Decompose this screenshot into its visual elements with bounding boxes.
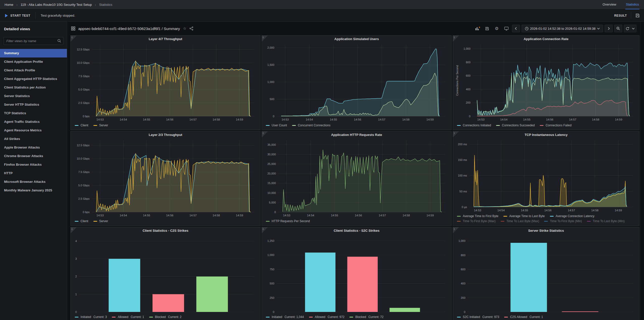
legend-item-average-connection-latency[interactable]: Average Connection Latency bbox=[550, 214, 595, 218]
sidebar-item-server-http-statistics[interactable]: Server HTTP Statistics bbox=[0, 100, 67, 109]
svg-text:0: 0 bbox=[469, 115, 470, 118]
legend-series-dash-icon bbox=[457, 216, 461, 217]
legend-item-s2c-initiated[interactable]: S2C InitiatedCurrent: 973 bbox=[457, 315, 499, 319]
svg-text:14:57: 14:57 bbox=[378, 118, 385, 121]
sidebar-item-server-statistics[interactable]: Server Statistics bbox=[0, 92, 67, 100]
sidebar-item-tcp-statistics[interactable]: TCP Statistics bbox=[0, 109, 67, 118]
sidebar-item-apple-browser-attacks[interactable]: Apple Browser Attacks bbox=[0, 143, 67, 152]
legend-series-dash-icon bbox=[292, 125, 296, 126]
breadcrumb-home[interactable]: Home bbox=[5, 3, 13, 7]
sidebar-item-monthly-malware-january-2025[interactable]: Monthly Malware January 2025 bbox=[0, 186, 67, 195]
panel-title[interactable]: TCP Instantaneous Latency bbox=[453, 131, 639, 138]
sidebar-item-summary[interactable]: Summary bbox=[0, 49, 67, 57]
legend-item-allowed[interactable]: AllowedCurrent: 1 bbox=[112, 315, 144, 319]
legend-item-initiated[interactable]: InitiatedCurrent: 3 bbox=[75, 315, 107, 319]
legend-item-blocked[interactable]: BlockedCurrent: 2 bbox=[149, 315, 182, 319]
panel-title[interactable]: Layer 2/3 Throughput bbox=[71, 131, 260, 138]
chart-plot-area[interactable]: 05,00010,00015,00020,00025,00030,00035,0… bbox=[264, 138, 449, 218]
sidebar-item-client-statistics-per-action[interactable]: Client Statistics per Action bbox=[0, 83, 67, 92]
legend-item-http-requests-per-second[interactable]: HTTP Requests Per Second bbox=[266, 219, 310, 223]
legend-item-initiated[interactable]: InitiatedCurrent: 1,044 bbox=[266, 315, 304, 319]
panel-info-icon[interactable]: i bbox=[453, 36, 459, 42]
legend-item-server[interactable]: Server bbox=[93, 123, 108, 128]
panel-info-icon[interactable]: i bbox=[453, 227, 459, 233]
start-test-button[interactable]: START TEST bbox=[0, 10, 35, 21]
panel-info-icon[interactable]: i bbox=[262, 227, 268, 233]
chart-plot-area[interactable]: 02505007501,0001,250 bbox=[264, 234, 449, 314]
svg-text:200 ms: 200 ms bbox=[458, 143, 467, 146]
legend-item-concurrent-connections[interactable]: Concurrent Connections bbox=[292, 123, 330, 128]
panel-title[interactable]: Application HTTP Requests Rate bbox=[262, 131, 451, 138]
save-report-icon[interactable] bbox=[635, 13, 640, 18]
chart-plot-area[interactable]: 02004006008001,00014:5314:5414:5514:5614… bbox=[455, 42, 637, 122]
add-panel-icon[interactable] bbox=[474, 25, 482, 32]
legend-item-time-to-last-byte-max[interactable]: Time To Last Byte (Max) bbox=[501, 219, 539, 223]
refresh-button[interactable] bbox=[624, 25, 636, 32]
star-favorite-icon[interactable]: ☆ bbox=[183, 26, 186, 31]
sidebar-item-client-application-profile[interactable]: Client Application Profile bbox=[0, 57, 67, 66]
legend-item-connections-failed[interactable]: Connections Failed bbox=[540, 123, 572, 128]
tab-statistics[interactable]: Statistics bbox=[625, 0, 639, 9]
legend-item-connections-succeeded[interactable]: Connections Succeeded bbox=[496, 123, 535, 128]
sidebar-item-chrome-browser-attacks[interactable]: Chrome Browser Attacks bbox=[0, 152, 67, 160]
chart-plot-area[interactable]: 05001,0001,5002,00014:5314:5414:5514:561… bbox=[264, 42, 449, 122]
tab-overview[interactable]: Overview bbox=[602, 0, 617, 9]
sidebar-item-firefox-browser-attacks[interactable]: Firefox Browser Attacks bbox=[0, 160, 67, 169]
chart-plot-area[interactable]: 02004006008001,000 bbox=[455, 234, 637, 314]
panel-title[interactable]: Client Statistics - S2C Strikes bbox=[262, 227, 451, 234]
chart-plot-area[interactable]: 01234 bbox=[73, 234, 258, 314]
chart-plot-area[interactable]: 0 µs50 ms100 ms150 ms200 ms14:5314:5414:… bbox=[455, 138, 637, 213]
svg-text:500: 500 bbox=[270, 282, 274, 285]
legend-series-dash-icon bbox=[587, 221, 591, 222]
vertical-scrollbar[interactable] bbox=[640, 22, 644, 320]
panel-info-icon[interactable]: i bbox=[262, 131, 268, 137]
chart-legend: S2C InitiatedCurrent: 973C2S AllowedCurr… bbox=[455, 314, 637, 320]
time-range-back-button[interactable] bbox=[512, 25, 520, 32]
legend-item-average-time-to-first-byte[interactable]: Average Time to First Byte bbox=[457, 214, 498, 218]
panel-title[interactable]: Application Connection Rate bbox=[453, 36, 639, 42]
result-button[interactable]: RESULT bbox=[614, 14, 627, 17]
kiosk-tv-icon[interactable] bbox=[502, 25, 510, 32]
share-icon[interactable] bbox=[189, 26, 193, 31]
sidebar-item-agent-traffic-statistics[interactable]: Agent Traffic Statistics bbox=[0, 118, 67, 126]
dashboard-settings-gear-icon[interactable]: ⚙ bbox=[493, 25, 501, 32]
legend-item-client[interactable]: Client bbox=[75, 219, 88, 223]
chart-plot-area[interactable]: 0 bps2.5 Gbps5.0 Gbps7.5 Gbps10.0 Gbps12… bbox=[73, 138, 258, 218]
legend-item-average-time-to-last-byte[interactable]: Average Time to Last Byte bbox=[503, 214, 545, 218]
time-range-forward-button[interactable] bbox=[605, 25, 613, 32]
panel-info-icon[interactable]: i bbox=[71, 36, 77, 42]
panel-info-icon[interactable]: i bbox=[262, 36, 268, 42]
legend-item-time-to-last-byte-min[interactable]: Time To Last Byte (Min) bbox=[587, 219, 625, 223]
legend-series-dash-icon bbox=[266, 125, 270, 126]
time-range-picker[interactable]: 2026-01-02 14:52:38 to 2026-01-02 14:59:… bbox=[522, 25, 603, 32]
legend-item-blocked[interactable]: BlockedCurrent: 72 bbox=[349, 315, 383, 319]
legend-item-time-to-first-byte-max[interactable]: Time To First Byte (Max) bbox=[457, 219, 496, 223]
zoom-out-icon[interactable] bbox=[614, 25, 622, 32]
legend-item-connections-initiated[interactable]: Connections Initiated bbox=[457, 123, 491, 128]
panel-title[interactable]: Layer 4/7 Throughput bbox=[71, 36, 260, 42]
sidebar-item-agent-resource-metrics[interactable]: Agent Resource Metrics bbox=[0, 126, 67, 135]
dashboard-grid-icon[interactable] bbox=[71, 26, 75, 31]
chart-plot-area[interactable]: 0 bps2.5 Gbps5.0 Gbps7.5 Gbps10.0 Gbps12… bbox=[73, 42, 258, 122]
sidebar-item-client-aggregated-http-statistics[interactable]: Client Aggregated HTTP Statistics bbox=[0, 75, 67, 83]
sidebar-item-all-strikes[interactable]: All Strikes bbox=[0, 135, 67, 143]
sidebar-item-client-attack-profile[interactable]: Client Attack Profile bbox=[0, 66, 67, 75]
legend-item-time-to-first-byte-min[interactable]: Time To First Byte (Min) bbox=[544, 219, 582, 223]
panel-title[interactable]: Client Statistics - C2S Strikes bbox=[71, 227, 260, 234]
legend-item-user-count[interactable]: User Count bbox=[266, 123, 287, 128]
sidebar-item-http[interactable]: HTTP bbox=[0, 169, 67, 178]
panel-info-icon[interactable]: i bbox=[71, 227, 77, 233]
panel-title[interactable]: Server Strike Statistics bbox=[453, 227, 639, 234]
legend-item-client[interactable]: Client bbox=[75, 123, 88, 128]
panel-title[interactable]: Application Simulated Users bbox=[262, 36, 451, 42]
filter-views-input[interactable] bbox=[4, 37, 63, 45]
breadcrumb-test-name[interactable]: 119 - Alta Labs Route10 10G Security Tes… bbox=[21, 3, 92, 7]
panel-info-icon[interactable]: i bbox=[453, 131, 459, 137]
svg-text:14:59: 14:59 bbox=[427, 214, 434, 217]
save-dashboard-icon[interactable] bbox=[483, 25, 491, 32]
sidebar-item-microsoft-browser-attacks[interactable]: Microsoft Browser Attacks bbox=[0, 178, 67, 186]
legend-item-allowed[interactable]: AllowedCurrent: 972 bbox=[309, 315, 345, 319]
legend-item-c2s-allowed[interactable]: C2S AllowedCurrent: 1 bbox=[504, 315, 543, 319]
dashboard-header: appsec-bdeb0744-ccf1-49ed-b572-50623a1df… bbox=[67, 22, 640, 35]
legend-item-server[interactable]: Server bbox=[93, 219, 108, 223]
